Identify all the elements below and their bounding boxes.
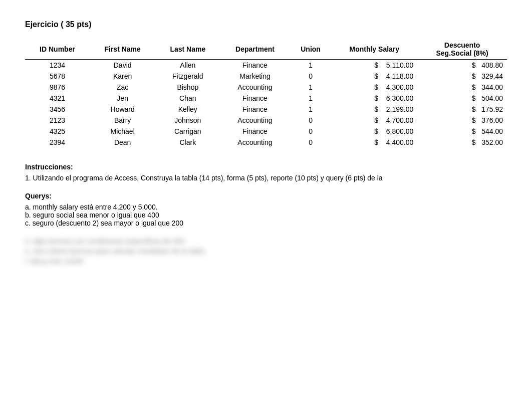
instructions-section: Instrucciones: 1. Utilizando el programa… [25,163,507,182]
cell-last: Bishop [155,82,220,93]
cell-id: 4325 [25,126,90,137]
cell-last: Clark [155,137,220,148]
cell-union: 0 [290,137,332,148]
cell-union: 0 [290,71,332,82]
blurred-line-2: f. blurry text 12345 [25,257,507,265]
table-row: 4321 Jen Chan Finance 1 $ 6,300.00 $ 504… [25,93,507,104]
col-header-salary: Monthly Salary [331,39,417,60]
cell-union: 1 [290,82,332,93]
cell-salary: $ 4,118.00 [331,71,417,82]
cell-salary: $ 4,400.00 [331,137,417,148]
cell-dept: Marketing [220,71,290,82]
cell-id: 2394 [25,137,90,148]
col-header-descuento: DescuentoSeg.Social (8%) [417,39,507,60]
table-row: 2123 Barry Johnson Accounting 0 $ 4,700.… [25,115,507,126]
table-row: 2394 Dean Clark Accounting 0 $ 4,400.00 … [25,137,507,148]
querys-item-0: a. monthly salary está entre 4,200 y 5,0… [25,203,507,211]
cell-id: 2123 [25,115,90,126]
blurred-line-1: e. otro criterio borroso para calcular r… [25,247,507,255]
cell-dept: Accounting [220,82,290,93]
cell-dept: Finance [220,93,290,104]
cell-first: Zac [90,82,155,93]
cell-descuento: $ 344.00 [417,82,507,93]
cell-id: 5678 [25,71,90,82]
cell-descuento: $ 544.00 [417,126,507,137]
cell-salary: $ 6,800.00 [331,126,417,137]
cell-dept: Accounting [220,137,290,148]
blurred-line-0: d. algo borroso con condiciones específi… [25,237,507,245]
col-header-lastname: Last Name [155,39,220,60]
cell-descuento: $ 352.00 [417,137,507,148]
cell-descuento: $ 504.00 [417,93,507,104]
cell-last: Fitzgerald [155,71,220,82]
cell-first: Dean [90,137,155,148]
cell-union: 1 [290,93,332,104]
cell-descuento: $ 408.80 [417,60,507,71]
cell-salary: $ 4,300.00 [331,82,417,93]
instructions-title: Instrucciones: [25,163,507,171]
cell-id: 4321 [25,93,90,104]
col-header-union: Union [290,39,332,60]
cell-union: 1 [290,104,332,115]
cell-last: Chan [155,93,220,104]
cell-salary: $ 6,300.00 [331,93,417,104]
cell-descuento: $ 376.00 [417,115,507,126]
cell-salary: $ 5,110.00 [331,60,417,71]
cell-last: Johnson [155,115,220,126]
querys-title: Querys: [25,192,507,200]
table-row: 3456 Howard Kelley Finance 1 $ 2,199.00 … [25,104,507,115]
instructions-line1: 1. Utilizando el programa de Access, Con… [25,174,507,182]
cell-first: David [90,60,155,71]
col-header-firstname: First Name [90,39,155,60]
cell-union: 0 [290,126,332,137]
cell-salary: $ 4,700.00 [331,115,417,126]
cell-first: Michael [90,126,155,137]
querys-item-2: c. seguro (descuento 2) sea mayor o igua… [25,219,507,227]
cell-salary: $ 2,199.00 [331,104,417,115]
table-row: 1234 David Allen Finance 1 $ 5,110.00 $ … [25,60,507,71]
col-header-id: ID Number [25,39,90,60]
table-row: 9876 Zac Bishop Accounting 1 $ 4,300.00 … [25,82,507,93]
cell-last: Allen [155,60,220,71]
cell-id: 1234 [25,60,90,71]
cell-first: Jen [90,93,155,104]
table-row: 5678 Karen Fitzgerald Marketing 0 $ 4,11… [25,71,507,82]
cell-first: Barry [90,115,155,126]
cell-union: 1 [290,60,332,71]
cell-dept: Finance [220,60,290,71]
blurred-section: d. algo borroso con condiciones específi… [25,237,507,265]
querys-section: Querys: a. monthly salary está entre 4,2… [25,192,507,227]
cell-id: 9876 [25,82,90,93]
col-header-dept: Department [220,39,290,60]
cell-descuento: $ 175.92 [417,104,507,115]
cell-dept: Accounting [220,115,290,126]
cell-last: Carrigan [155,126,220,137]
cell-dept: Finance [220,126,290,137]
data-table: ID Number First Name Last Name Departmen… [25,39,507,148]
cell-union: 0 [290,115,332,126]
table-row: 4325 Michael Carrigan Finance 0 $ 6,800.… [25,126,507,137]
cell-first: Howard [90,104,155,115]
cell-last: Kelley [155,104,220,115]
cell-dept: Finance [220,104,290,115]
exercise-title: Ejercicio ( 35 pts) [25,20,507,29]
querys-item-1: b. seguro social sea menor o igual que 4… [25,211,507,219]
cell-descuento: $ 329.44 [417,71,507,82]
cell-first: Karen [90,71,155,82]
cell-id: 3456 [25,104,90,115]
